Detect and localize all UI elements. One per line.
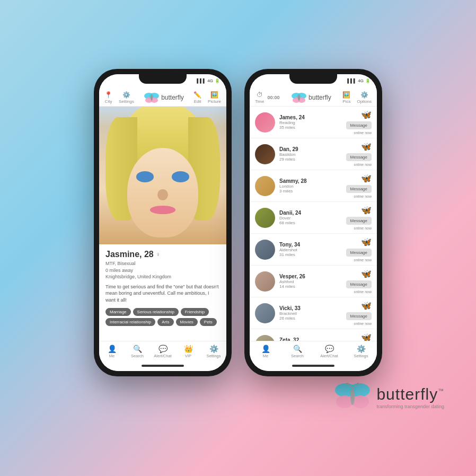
butterfly-btn-james[interactable]: 🦋 xyxy=(361,110,372,120)
user-name-zeta: Zeta, 32 xyxy=(279,337,342,341)
bottom-settings-left[interactable]: ⚙️ Settings xyxy=(201,345,226,358)
bottom-vip[interactable]: 👑 VIP xyxy=(175,345,201,358)
network-icon: 4G xyxy=(207,78,213,83)
bottom-search[interactable]: 🔍 Search xyxy=(125,345,150,358)
edit-icon: ✏️ xyxy=(193,91,201,99)
butterfly-btn-vesper[interactable]: 🦋 xyxy=(361,269,372,279)
tag-interracial[interactable]: Interracial relationship xyxy=(105,318,155,326)
message-btn-vicki[interactable]: Message xyxy=(346,312,372,320)
message-btn-tony[interactable]: Message xyxy=(346,249,372,257)
profile-phone: ▌▌▌ 4G 🔋 📍 City ⚙️ Settings xyxy=(94,69,232,376)
city-nav-item[interactable]: 📍 City xyxy=(104,91,112,104)
online-badge-sammy: online now xyxy=(354,195,372,198)
vip-icon: 👑 xyxy=(184,345,193,353)
profile-name: Jasmine, 28 ♀ xyxy=(105,250,220,259)
user-distance-vesper: 14 miles xyxy=(279,284,342,289)
butterfly-btn-dan[interactable]: 🦋 xyxy=(361,142,372,152)
user-distance-sammy: 3 miles xyxy=(279,189,342,193)
message-btn-dan[interactable]: Message xyxy=(346,153,372,161)
notch-bar-right: ▌▌▌ 4G 🔋 xyxy=(250,74,377,89)
brand-tagline-text: transforming transgender dating xyxy=(376,404,444,409)
search-icon-right: 🔍 xyxy=(293,345,302,353)
brand-butterfly-icon xyxy=(334,382,371,412)
network-icon-right: 4G xyxy=(358,78,364,83)
user-item-5[interactable]: Vesper, 26 Ashford 14 miles 🦋 Message on… xyxy=(250,266,377,297)
butterfly-btn-tony[interactable]: 🦋 xyxy=(361,237,372,247)
message-btn-vesper[interactable]: Message xyxy=(346,280,372,288)
tag-serious[interactable]: Serious relationship xyxy=(133,308,179,316)
user-item-6[interactable]: Vicki, 33 Bracknell 26 miles 🦋 Message o… xyxy=(250,297,377,329)
tag-arts[interactable]: Arts xyxy=(157,318,173,326)
tag-movies[interactable]: Movies xyxy=(176,318,198,326)
phones-container: ▌▌▌ 4G 🔋 📍 City ⚙️ Settings xyxy=(94,69,382,376)
user-location-danii: Dover xyxy=(279,216,342,221)
user-item-4[interactable]: Tony, 34 Aldershot 31 miles 🦋 Message on… xyxy=(250,234,377,266)
picture-nav-item[interactable]: 🖼️ Picture xyxy=(208,91,221,104)
user-location-dan: Basildon xyxy=(279,152,342,157)
phone-screen-right: ▌▌▌ 4G 🔋 ⏱ Time 00:00 xyxy=(250,74,377,371)
svg-point-16 xyxy=(346,383,348,385)
user-actions-sammy: 🦋 Message online now xyxy=(346,173,372,198)
time-nav-item[interactable]: ⏱ Time xyxy=(255,91,264,104)
gender-icon: ♀ xyxy=(156,251,161,258)
butterfly-btn-sammy[interactable]: 🦋 xyxy=(361,173,372,183)
home-bar-right xyxy=(292,365,334,367)
message-btn-danii[interactable]: Message xyxy=(346,217,372,225)
profile-tags: Marriage Serious relationship Friendship… xyxy=(105,308,220,326)
bottom-me-right[interactable]: 👤 Me xyxy=(250,345,281,358)
options-nav-item[interactable]: ⚙️ Options xyxy=(357,91,372,104)
butterfly-btn-vicki[interactable]: 🦋 xyxy=(361,301,372,311)
butterfly-btn-zeta[interactable]: 🦋 xyxy=(361,332,372,341)
home-indicator-right xyxy=(250,360,377,371)
edit-nav-item[interactable]: ✏️ Edit xyxy=(193,91,201,104)
bottom-me[interactable]: 👤 Me xyxy=(99,345,125,358)
profile-info: Jasmine, 28 ♀ MTF, Bisexual 0 miles away… xyxy=(99,244,226,341)
tag-friendship[interactable]: Friendship xyxy=(181,308,209,316)
user-item-3[interactable]: Danii, 24 Dover 68 miles 🦋 Message onlin… xyxy=(250,202,377,234)
user-item-1[interactable]: Dan, 29 Basildon 29 miles 🦋 Message onli… xyxy=(250,138,377,170)
user-info-zeta: Zeta, 32 Fleet 33 miles xyxy=(279,337,342,341)
battery-icon: 🔋 xyxy=(215,78,220,83)
message-btn-james[interactable]: Message xyxy=(346,121,372,129)
avatar-zeta xyxy=(255,335,275,341)
phone-screen-left: ▌▌▌ 4G 🔋 📍 City ⚙️ Settings xyxy=(99,74,226,371)
bottom-alert[interactable]: 💬 Alert/Chat xyxy=(150,345,175,358)
butterfly-btn-danii[interactable]: 🦋 xyxy=(361,205,372,215)
bottom-settings-right[interactable]: ⚙️ Settings xyxy=(345,345,377,358)
user-actions-vicki: 🦋 Message online now xyxy=(346,301,372,325)
user-name-tony: Tony, 34 xyxy=(279,242,342,248)
tag-pets[interactable]: Pets xyxy=(200,318,217,326)
brand-logo-right: butterfly xyxy=(291,92,331,103)
svg-point-4 xyxy=(151,94,153,101)
user-info-vicki: Vicki, 33 Bracknell 26 miles xyxy=(279,305,342,321)
user-distance-danii: 68 miles xyxy=(279,221,342,225)
user-actions-dan: 🦋 Message online now xyxy=(346,142,372,166)
user-info-dan: Dan, 29 Basildon 29 miles xyxy=(279,146,342,162)
profile-photo xyxy=(99,107,226,244)
settings-label-left: Settings xyxy=(119,99,134,104)
pics-nav-item[interactable]: 🖼️ Pics xyxy=(342,91,350,104)
settings-nav-item-left[interactable]: ⚙️ Settings xyxy=(119,91,134,104)
user-distance-vicki: 26 miles xyxy=(279,316,342,321)
user-item-0[interactable]: James, 24 Reading 35 miles 🦋 Message onl… xyxy=(250,107,377,138)
signal-icon: ▌▌▌ xyxy=(197,78,206,83)
pics-label: Pics xyxy=(342,99,350,104)
user-actions-tony: 🦋 Message online now xyxy=(346,237,372,262)
tag-marriage[interactable]: Marriage xyxy=(105,308,131,316)
user-location-vicki: Bracknell xyxy=(279,311,342,316)
me-icon-right: 👤 xyxy=(261,345,270,353)
online-badge-vicki: online now xyxy=(354,322,372,325)
avatar-danii xyxy=(255,208,275,228)
bottom-search-right[interactable]: 🔍 Search xyxy=(281,345,313,358)
user-item-2[interactable]: Sammy, 28 London 3 miles 🦋 Message onlin… xyxy=(250,170,377,202)
alert-icon-left: 💬 xyxy=(158,345,168,353)
avatar-sammy xyxy=(255,176,275,196)
user-list: James, 24 Reading 35 miles 🦋 Message onl… xyxy=(250,107,377,341)
search-top-nav: ⏱ Time 00:00 butterfly xyxy=(250,89,377,107)
user-item-7[interactable]: Zeta, 32 Fleet 33 miles 🦋 Message online… xyxy=(250,329,377,341)
avatar-tony xyxy=(255,240,275,260)
bottom-alert-right[interactable]: 💬 Alert/Chat xyxy=(313,345,345,358)
brand-tm-text: ™ xyxy=(438,387,444,394)
brand-logo-left: butterfly xyxy=(144,92,184,103)
message-btn-sammy[interactable]: Message xyxy=(346,185,372,193)
